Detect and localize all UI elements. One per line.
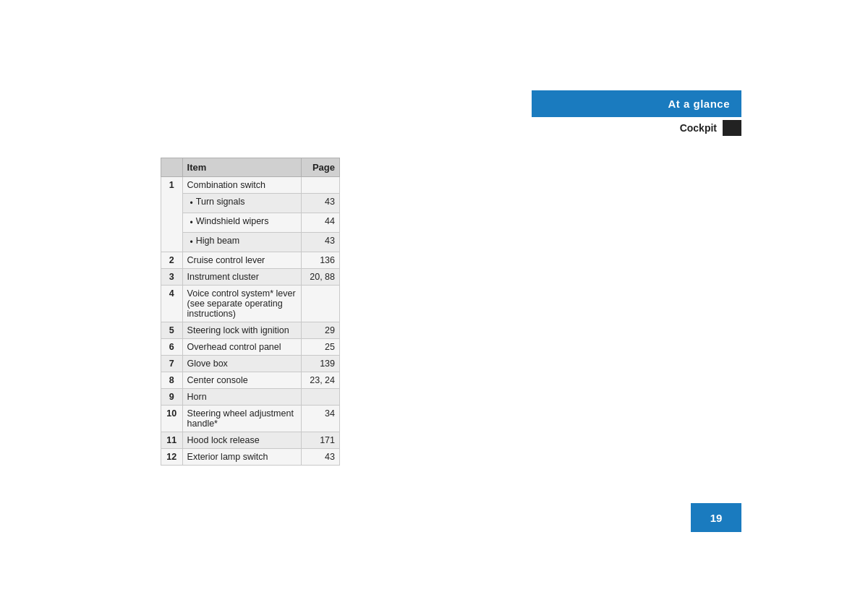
cockpit-table: Item Page 1Combination switch•Turn signa… — [161, 158, 340, 466]
table-row: 1Combination switch — [161, 177, 340, 194]
table-cell-num: 9 — [161, 389, 183, 406]
table-cell-item: Hood lock release — [182, 432, 302, 449]
table-cell-num: 2 — [161, 252, 183, 269]
section-title-blue: At a glance — [532, 90, 741, 117]
table-cell-sub-page: 43 — [302, 194, 340, 213]
table-cell-num: 6 — [161, 339, 183, 356]
table-cell-num: 11 — [161, 432, 183, 449]
table-cell-page — [302, 286, 340, 322]
bullet-icon: • — [190, 236, 193, 249]
table-row: 12Exterior lamp switch43 — [161, 449, 340, 466]
table-row-sub: •Turn signals43 — [161, 194, 340, 213]
page-number: 19 — [691, 503, 741, 532]
table-row: 5Steering lock with ignition29 — [161, 322, 340, 339]
table-cell-num: 1 — [161, 177, 183, 252]
table-cell-item: Exterior lamp switch — [182, 449, 302, 466]
section-subtitle-text: Cockpit — [680, 122, 717, 134]
table-row: 10Steering wheel adjustment handle*34 — [161, 406, 340, 432]
sub-item-label: Turn signals — [196, 197, 245, 207]
table-cell-num: 3 — [161, 269, 183, 286]
table-row-sub: •Windshield wipers44 — [161, 213, 340, 233]
table-row: 4Voice control system* lever (see separa… — [161, 286, 340, 322]
table-cell-item: Cruise control lever — [182, 252, 302, 269]
table-cell-page: 136 — [302, 252, 340, 269]
table-cell-item: Overhead control panel — [182, 339, 302, 356]
table-cell-num: 10 — [161, 406, 183, 432]
sub-item-row: •High beam — [187, 236, 297, 249]
table-row: 8Center console23, 24 — [161, 372, 340, 389]
table-row: 2Cruise control lever136 — [161, 252, 340, 269]
table-row: 6Overhead control panel25 — [161, 339, 340, 356]
table-row: 7Glove box139 — [161, 356, 340, 372]
table-cell-num: 12 — [161, 449, 183, 466]
table-cell-page: 20, 88 — [302, 269, 340, 286]
section-color-swatch — [723, 120, 741, 136]
table-cell-page — [302, 389, 340, 406]
table-cell-sub-page: 44 — [302, 213, 340, 233]
table-cell-item: Glove box — [182, 356, 302, 372]
section-subtitle-row: Cockpit — [532, 117, 741, 139]
table-cell-page: 29 — [302, 322, 340, 339]
table-cell-sub-page: 43 — [302, 233, 340, 252]
table-cell-sub-item: •Windshield wipers — [182, 213, 302, 233]
table-row: 3Instrument cluster20, 88 — [161, 269, 340, 286]
table-cell-page — [302, 177, 340, 194]
bullet-icon: • — [190, 216, 193, 229]
table-cell-item: Steering wheel adjustment handle* — [182, 406, 302, 432]
col-header-item: Item — [182, 158, 302, 177]
bullet-icon: • — [190, 197, 193, 210]
sub-item-row: •Turn signals — [187, 197, 297, 210]
table-cell-num: 5 — [161, 322, 183, 339]
table-cell-page: 171 — [302, 432, 340, 449]
section-header: At a glance Cockpit — [532, 90, 741, 139]
sub-item-row: •Windshield wipers — [187, 216, 297, 229]
col-header-page: Page — [302, 158, 340, 177]
table-cell-page: 25 — [302, 339, 340, 356]
table-row: 9Horn — [161, 389, 340, 406]
table-header-row: Item Page — [161, 158, 340, 177]
table-cell-page: 34 — [302, 406, 340, 432]
table-cell-page: 43 — [302, 449, 340, 466]
col-header-num — [161, 158, 183, 177]
table-cell-page: 139 — [302, 356, 340, 372]
table-cell-item: Instrument cluster — [182, 269, 302, 286]
table-cell-item: Horn — [182, 389, 302, 406]
table-cell-num: 7 — [161, 356, 183, 372]
table-cell-sub-item: •Turn signals — [182, 194, 302, 213]
table-cell-item: Combination switch — [182, 177, 302, 194]
table-row-sub: •High beam43 — [161, 233, 340, 252]
table-row: 11Hood lock release171 — [161, 432, 340, 449]
table-cell-item: Voice control system* lever (see separat… — [182, 286, 302, 322]
cockpit-table-container: Item Page 1Combination switch•Turn signa… — [161, 158, 340, 466]
table-cell-num: 4 — [161, 286, 183, 322]
table-cell-num: 8 — [161, 372, 183, 389]
table-cell-sub-item: •High beam — [182, 233, 302, 252]
table-cell-page: 23, 24 — [302, 372, 340, 389]
table-cell-item: Center console — [182, 372, 302, 389]
sub-item-label: Windshield wipers — [196, 216, 269, 226]
sub-item-label: High beam — [196, 236, 239, 246]
table-cell-item: Steering lock with ignition — [182, 322, 302, 339]
